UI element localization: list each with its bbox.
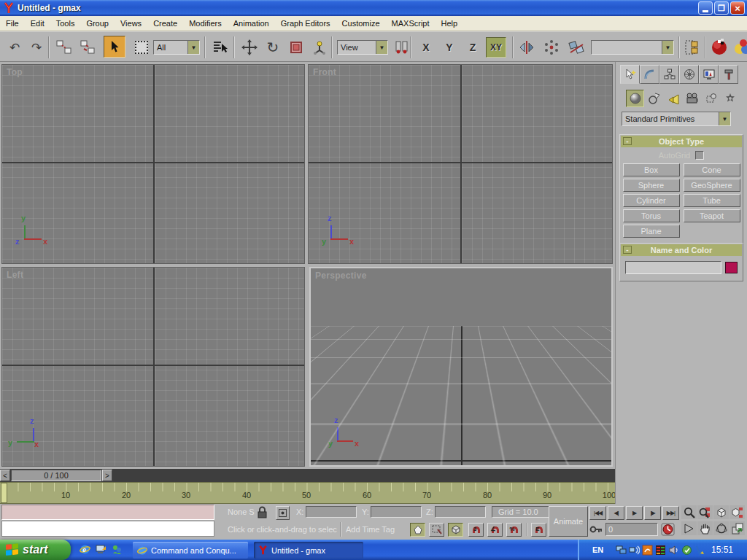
menu-animation[interactable]: Animation [228,17,275,30]
geosphere-button[interactable]: GeoSphere [684,179,740,192]
previous-frame-arrow[interactable]: < [0,470,10,481]
angle-snap-icon[interactable]: ∠ [487,523,503,537]
tab-modify[interactable] [640,65,659,84]
category-shapes-icon[interactable] [645,90,663,107]
key-mode-icon[interactable] [589,524,603,534]
selection-lock-icon[interactable] [257,506,268,518]
autogrid-checkbox[interactable] [695,151,704,160]
named-selection-sets-dropdown[interactable]: ▼ [591,40,674,55]
box-button[interactable]: Box [623,163,680,176]
cone-button[interactable]: Cone [684,163,740,176]
snap-toggle-3d-icon[interactable]: 3 [468,523,484,537]
menu-maxscript[interactable]: MAXScript [386,17,436,30]
chevron-down-icon[interactable]: ▼ [662,41,673,54]
menu-file[interactable]: File [0,17,25,30]
spinner-snap-icon[interactable]: E [531,523,546,537]
messenger-icon[interactable] [111,543,123,556]
select-and-link-icon[interactable] [54,38,74,57]
go-to-start-icon[interactable]: |◀◀ [589,506,606,520]
zoom-region-icon[interactable] [681,521,697,535]
minimize-button[interactable] [698,1,713,15]
material-navigator-icon[interactable] [732,38,747,57]
time-slider[interactable]: 0 / 100 [11,470,101,481]
category-geometry-icon[interactable] [626,90,644,107]
tube-button[interactable]: Tube [684,194,740,207]
meter-app-icon[interactable] [655,545,666,556]
taskbar-task-command-and-conquer[interactable]: Command and Conqu... [133,542,248,559]
time-configuration-icon[interactable] [661,523,675,536]
zoom-extents-all-icon[interactable] [729,505,745,519]
taskbar-task-gmax[interactable]: Untitled - gmax [254,542,363,559]
teapot-button[interactable]: Teapot [684,209,740,222]
x-coordinate-input[interactable] [306,506,357,518]
select-by-name-icon[interactable] [210,38,231,57]
viewport-perspective-label[interactable]: Perspective [315,271,367,281]
restrict-y-button[interactable]: Y [439,37,460,58]
menu-graph-editors[interactable]: Graph Editors [275,17,336,30]
language-indicator[interactable]: EN [592,545,611,554]
restrict-x-button[interactable]: X [416,37,436,58]
selection-region-icon[interactable] [131,38,152,57]
collapse-icon[interactable]: - [623,137,632,145]
category-cameras-icon[interactable] [683,90,701,107]
internet-explorer-icon[interactable]: e [79,543,91,556]
reference-coordinate-dropdown[interactable]: View ▼ [337,40,388,55]
tab-hierarchy[interactable] [659,65,679,84]
maximize-button[interactable]: ❐ [714,1,729,15]
sphere-button[interactable]: Sphere [623,179,680,192]
add-time-tag[interactable]: Add Time Tag [346,525,395,534]
next-frame-arrow[interactable]: > [102,470,112,481]
volume-icon[interactable] [668,545,679,556]
select-and-rotate-icon[interactable]: ↻ [263,38,283,57]
track-bar-slider[interactable] [1,483,7,503]
zoom-icon[interactable] [681,505,697,519]
pointing-device-icon[interactable] [694,545,705,556]
mirror-icon[interactable] [516,38,537,57]
undo-icon[interactable]: ↶ [4,38,25,57]
torus-button[interactable]: Torus [623,209,680,222]
selection-filter-dropdown[interactable]: All ▼ [153,40,200,55]
chevron-down-icon[interactable]: ▼ [187,41,199,54]
viewport-top[interactable]: Top y z x [1,64,305,264]
show-desktop-icon[interactable] [95,543,107,556]
menu-create[interactable]: Create [147,17,183,30]
viewport-front[interactable]: Front z y x [308,64,613,264]
align-icon[interactable] [566,38,587,57]
track-bar[interactable]: 10 20 30 40 50 60 70 80 90 100 [0,482,615,504]
menu-modifiers[interactable]: Modifiers [183,17,228,30]
menu-views[interactable]: Views [115,17,147,30]
y-coordinate-input[interactable] [371,506,422,518]
min-max-toggle-icon[interactable] [729,521,745,535]
close-button[interactable]: × [730,1,745,15]
tab-create[interactable] [620,65,640,84]
start-button[interactable]: start [0,540,71,560]
primitives-dropdown[interactable]: Standard Primitives ▼ [622,112,731,126]
category-spacewarps-icon[interactable] [721,90,739,107]
viewport-top-label[interactable]: Top [7,67,23,77]
archive-app-icon[interactable] [642,545,653,556]
arc-rotate-icon[interactable] [713,521,729,535]
z-coordinate-input[interactable] [435,506,486,518]
unlink-selection-icon[interactable] [77,38,98,57]
tab-display[interactable] [699,65,719,84]
select-and-manipulate-icon[interactable] [309,38,330,57]
viewport-left-label[interactable]: Left [7,270,23,280]
network-icon[interactable] [616,545,627,556]
absolute-mode-icon[interactable] [276,506,290,520]
restrict-z-button[interactable]: Z [462,37,483,58]
wireless-network-icon[interactable] [629,545,640,556]
viewport-perspective[interactable]: Perspective z y x [309,267,613,467]
maxscript-listener-white[interactable] [1,521,214,537]
category-helpers-icon[interactable] [702,90,720,107]
menu-help[interactable]: Help [436,17,464,30]
update-icon[interactable] [681,545,692,556]
title-bar[interactable]: Untitled - gmax ❐ × [0,0,747,16]
window-crossing-toggle-icon[interactable] [410,523,425,537]
go-to-end-icon[interactable]: ▶▶| [662,506,679,520]
animate-button[interactable]: Animate [549,506,588,537]
object-type-header[interactable]: - Object Type [621,136,742,147]
current-frame-input[interactable] [605,523,658,536]
menu-tools[interactable]: Tools [50,17,81,30]
play-animation-icon[interactable]: ▶ [626,506,643,520]
viewport-front-label[interactable]: Front [313,67,336,77]
